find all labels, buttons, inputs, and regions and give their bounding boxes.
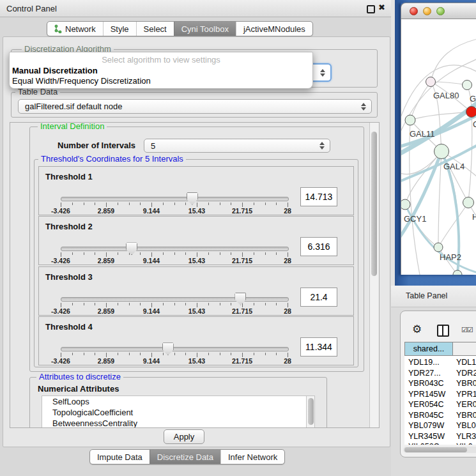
- threshold-label: Threshold 2: [45, 222, 93, 231]
- network-canvas[interactable]: GAL80GACGAL11GAL4GCY1HHAP2: [401, 19, 476, 275]
- numerical-attributes-label: Numerical Attributes: [38, 384, 119, 394]
- slider-thumb[interactable]: [162, 342, 174, 355]
- apply-button[interactable]: Apply: [164, 429, 204, 444]
- tab-label: Impute Data: [97, 452, 142, 462]
- network-node-gal11[interactable]: [405, 115, 415, 125]
- scrollbar-thumb[interactable]: [404, 447, 467, 452]
- gear-icon[interactable]: ⚙: [412, 324, 422, 335]
- table-row[interactable]: YER054CYER0: [404, 399, 476, 410]
- node-label: GA: [470, 94, 476, 104]
- network-node-c[interactable]: [466, 107, 476, 118]
- column-header-name[interactable]: na: [452, 342, 476, 356]
- network-node-ga[interactable]: [463, 81, 472, 90]
- slider-track[interactable]: [61, 347, 289, 351]
- tab-label: Network: [65, 24, 96, 34]
- table-data-combo[interactable]: galFiltered.sif default node: [18, 99, 372, 114]
- network-node-gal80[interactable]: [426, 77, 436, 87]
- tab-label: Discretize Data: [157, 452, 213, 462]
- num-intervals-value: 5: [151, 141, 155, 151]
- network-node-gal4[interactable]: [434, 144, 449, 159]
- threshold-label: Threshold 3: [45, 272, 93, 282]
- threshold-value-field[interactable]: 21.4: [300, 288, 337, 307]
- slider-tick: [254, 303, 254, 305]
- tab-infer-network[interactable]: Infer Network: [220, 450, 284, 464]
- table-horizontal-scrollbar[interactable]: [403, 447, 476, 453]
- slider-tick: [61, 203, 61, 207]
- scrollbar-thumb[interactable]: [308, 398, 314, 425]
- threshold-panel-3: Threshold 3-3.4262.8599.14415.4321.71528…: [38, 266, 354, 316]
- slider-tick: [174, 252, 175, 255]
- network-node-hap2[interactable]: [434, 243, 443, 252]
- node-label: HAP2: [440, 252, 461, 262]
- table-row[interactable]: YPR145WYPR1: [404, 389, 476, 400]
- cell-shared-name: YBR045C: [408, 411, 444, 420]
- node-attribute-table[interactable]: shared... na YDL19...YDL1YDR27...YDR2YBR…: [404, 342, 476, 445]
- table-row[interactable]: YDL19...YDL1: [404, 357, 476, 368]
- threshold-value-field[interactable]: 6.316: [300, 237, 337, 256]
- tab-cyni-toolbox[interactable]: Cyni Toolbox: [174, 22, 236, 36]
- slider-tick: [174, 303, 175, 305]
- table-row[interactable]: YDR27...YDR2: [404, 368, 476, 379]
- cell-shared-name: YIL052C: [408, 442, 440, 445]
- table-data-combo-value: galFiltered.sif default node: [25, 102, 122, 111]
- network-node-h[interactable]: [463, 197, 474, 208]
- slider-tick: [106, 203, 107, 207]
- panel-title: Control Panel: [6, 4, 57, 13]
- slider-thumb[interactable]: [234, 293, 246, 305]
- attribute-list-item[interactable]: TopologicalCoefficient: [42, 407, 314, 418]
- checkbox-pair-icon[interactable]: ☑☑: [461, 326, 473, 334]
- slider-tick: [265, 252, 266, 255]
- slider-tick: [151, 303, 152, 307]
- table-panel-header: Table Panel: [391, 286, 476, 307]
- slider-thumb[interactable]: [126, 242, 137, 255]
- threshold-value-field[interactable]: 11.344: [300, 337, 337, 357]
- slider-tick: [197, 252, 197, 257]
- slider-tick-label: 28: [284, 357, 291, 365]
- slider-tick: [61, 252, 61, 257]
- close-icon[interactable]: ✖: [378, 3, 385, 12]
- slider-tick: [151, 353, 152, 357]
- popup-item-1[interactable]: Manual Discretization: [12, 66, 98, 75]
- table-row[interactable]: YBL079WYBL0: [404, 420, 476, 431]
- network-icon: [54, 24, 62, 33]
- attribute-list-item[interactable]: BetweennessCentrality: [42, 418, 314, 428]
- tab-impute-data[interactable]: Impute Data: [90, 450, 150, 464]
- threshold-value-field[interactable]: 14.713: [300, 187, 337, 206]
- column-header-shared[interactable]: shared...: [404, 342, 453, 356]
- network-node-gcy1[interactable]: [401, 199, 410, 210]
- tab-discretize-data[interactable]: Discretize Data: [150, 450, 220, 464]
- network-window-titlebar: [401, 3, 476, 19]
- table-panel-title: Table Panel: [406, 291, 447, 300]
- slider-tick: [288, 203, 288, 207]
- slider-track[interactable]: [61, 297, 289, 302]
- tab-network[interactable]: Network: [47, 22, 103, 36]
- close-traffic-light-icon[interactable]: [410, 7, 418, 15]
- attribute-list-item[interactable]: SelfLoops: [42, 396, 314, 407]
- table-row[interactable]: YIL052CYIL0: [404, 441, 476, 445]
- threshold-label: Threshold 4: [45, 322, 93, 332]
- tab-label: jActiveMNodules: [243, 24, 305, 34]
- tab-jactivemnodules[interactable]: jActiveMNodules: [236, 22, 312, 36]
- table-row[interactable]: YBR045CYBR0: [404, 410, 476, 421]
- slider-tick: [231, 353, 231, 355]
- minimize-traffic-light-icon[interactable]: [423, 7, 431, 15]
- scrollbar-thumb[interactable]: [371, 132, 377, 276]
- split-column-icon[interactable]: [437, 325, 449, 337]
- popup-item-2[interactable]: Equal Width/Frequency Discretization: [12, 76, 151, 86]
- cell-shared-name: YDL19...: [408, 358, 440, 367]
- zoom-traffic-light-icon[interactable]: [436, 7, 445, 15]
- table-row[interactable]: YBR043CYBR0: [404, 378, 476, 389]
- attributes-list[interactable]: SelfLoopsTopologicalCoefficientBetweenne…: [42, 395, 315, 428]
- slider-track[interactable]: [61, 247, 289, 251]
- num-intervals-combo[interactable]: 5: [144, 139, 330, 153]
- combo-stepper-icon: [319, 142, 325, 150]
- table-row[interactable]: YLR345WYLR3: [404, 431, 476, 442]
- tab-style[interactable]: Style: [103, 22, 136, 36]
- tab-select[interactable]: Select: [136, 22, 174, 36]
- attributes-list-scrollbar[interactable]: [306, 396, 314, 428]
- slider-tick: [106, 353, 107, 357]
- slider-track[interactable]: [61, 197, 289, 201]
- float-window-icon[interactable]: [367, 5, 375, 13]
- settings-scrollbar[interactable]: [369, 123, 379, 427]
- slider-tick: [265, 203, 266, 205]
